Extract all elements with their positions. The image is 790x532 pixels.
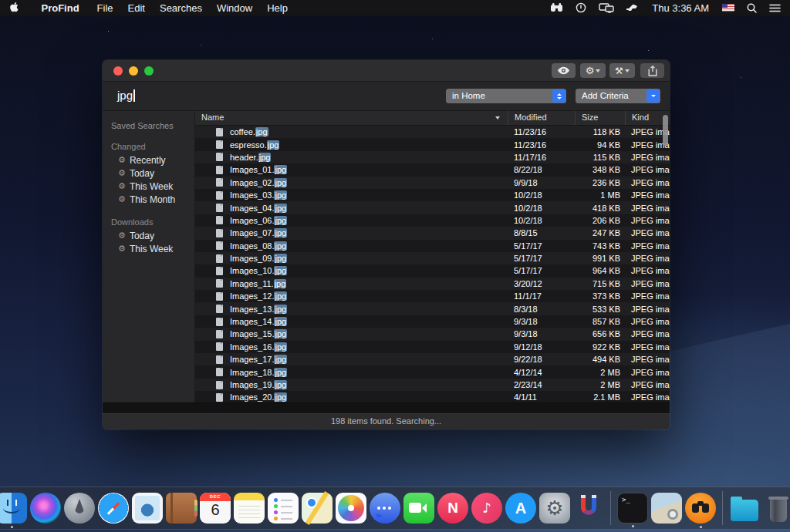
table-row[interactable]: Images_20.jpg4/1/112.1 MBJPEG image [195, 391, 670, 403]
table-row[interactable]: Images_14.jpg9/3/18857 KBJPEG image [195, 315, 670, 328]
table-row[interactable]: Images_15.jpg9/3/18656 KBJPEG image [195, 328, 670, 340]
sidebar-item-recently[interactable]: ⚙Recently [103, 153, 194, 167]
size-cell: 991 KB [575, 254, 625, 263]
vertical-scrollbar-thumb[interactable] [663, 115, 668, 146]
menu-file[interactable]: File [89, 2, 120, 14]
dock-item-launchpad-icon[interactable] [64, 493, 95, 524]
spray-tool-icon[interactable] [620, 3, 645, 12]
binoculars-icon[interactable] [544, 3, 569, 12]
column-header-size[interactable]: Size [575, 111, 625, 125]
quick-look-button[interactable] [552, 63, 576, 78]
file-name-cell: Images_13.jpg [195, 305, 508, 314]
size-cell: 656 KB [575, 329, 625, 338]
table-row[interactable]: Images_04.jpg10/2/18418 KBJPEG image [195, 201, 670, 214]
apple-menu-icon[interactable] [10, 2, 20, 14]
table-row[interactable]: Images_07.jpg8/8/15247 KBJPEG image [195, 227, 670, 239]
table-row[interactable]: Images_02.jpg9/9/18236 KBJPEG image [195, 177, 670, 189]
sidebar-item-this-week[interactable]: ⚙This Week [103, 180, 194, 193]
table-row[interactable]: Images_03.jpg10/2/181 MBJPEG image [195, 189, 670, 201]
sidebar-item-this-month[interactable]: ⚙This Month [103, 193, 194, 206]
menu-searches[interactable]: Searches [152, 2, 209, 14]
table-row[interactable]: Images_10.jpg5/17/17964 KBJPEG image [195, 264, 670, 277]
table-row[interactable]: Images_09.jpg5/17/17991 KBJPEG image [195, 252, 670, 264]
dock-item-terminal-icon[interactable] [617, 493, 648, 524]
menu-clock[interactable]: Thu 3:36 AM [645, 2, 716, 14]
minimize-button[interactable] [129, 66, 138, 76]
dock-item-finder-icon[interactable] [0, 493, 27, 524]
dock-item-maps-icon[interactable] [302, 493, 333, 524]
title-bar[interactable]: ⚙ ⚒ [103, 60, 670, 82]
column-header-name[interactable]: Name [195, 111, 508, 125]
modified-cell: 9/9/18 [508, 178, 575, 187]
kind-cell: JPEG image [625, 204, 670, 213]
table-row[interactable]: Images_13.jpg8/3/18533 KBJPEG image [195, 302, 670, 315]
file-name-cell: Images_02.jpg [195, 178, 508, 187]
dock-item-calendar-icon[interactable]: DEC6 [200, 493, 231, 524]
size-cell: 348 KB [575, 165, 625, 174]
power-circle-icon[interactable] [569, 2, 592, 13]
file-name-cell: Images_08.jpg [195, 241, 508, 251]
table-row[interactable]: Images_18.jpg4/12/142 MBJPEG image [195, 365, 670, 378]
file-basename: Images_01. [230, 165, 274, 174]
kind-cell: JPEG image [625, 266, 670, 275]
sidebar-item-label: This Week [130, 244, 173, 254]
dock-item-contacts-icon[interactable] [166, 493, 197, 524]
horizontal-scroll-area[interactable] [103, 402, 670, 414]
dock-item-itunes-icon[interactable] [471, 493, 502, 524]
chevron-down-icon [625, 69, 630, 72]
dock-item-facetime-icon[interactable] [403, 493, 434, 524]
dock-item-safari-icon[interactable] [98, 493, 129, 524]
file-name-cell: Images_10.jpg [195, 266, 508, 275]
dock-item-system-preferences-icon[interactable] [539, 493, 570, 524]
zoom-button[interactable] [144, 66, 154, 76]
column-header-modified[interactable]: Modified [508, 111, 575, 125]
running-indicator [632, 525, 634, 527]
menu-edit[interactable]: Edit [120, 2, 152, 14]
dock-item-appstore-icon[interactable] [505, 493, 536, 524]
add-criteria-button[interactable]: Add Criteria [576, 89, 660, 103]
dock-item-trash-icon[interactable] [763, 493, 790, 524]
file-basename: Images_13. [230, 305, 274, 314]
table-row[interactable]: Images_01.jpg8/22/18348 KBJPEG image [195, 163, 670, 176]
table-row[interactable]: Images_16.jpg9/12/18922 KBJPEG image [195, 341, 670, 353]
table-row[interactable]: Images_06.jpg10/2/18206 KBJPEG image [195, 214, 670, 227]
sidebar-item-this-week[interactable]: ⚙This Week [103, 242, 194, 255]
dock-item-siri-icon[interactable] [30, 493, 61, 524]
menu-help[interactable]: Help [260, 2, 295, 14]
dock-item-preview-icon[interactable] [651, 493, 682, 524]
table-row[interactable]: espresso.jpg11/23/1694 KBJPEG image [195, 138, 670, 150]
tools-button[interactable]: ⚒ [609, 63, 635, 78]
menu-window[interactable]: Window [209, 2, 259, 14]
displays-icon[interactable] [592, 3, 620, 13]
dock-item-reminders-icon[interactable] [268, 493, 299, 524]
dock-item-profind-icon[interactable] [685, 493, 716, 524]
table-row[interactable]: coffee.jpg11/23/16118 KBJPEG image [195, 126, 670, 138]
spotlight-search-icon[interactable] [741, 3, 763, 13]
search-input[interactable]: jpg [117, 89, 135, 102]
close-button[interactable] [113, 66, 123, 76]
kind-cell: JPEG image [625, 380, 670, 389]
actions-button[interactable]: ⚙ [580, 63, 606, 78]
notification-center-icon[interactable] [763, 4, 790, 12]
us-flag-icon[interactable] [716, 4, 741, 12]
sidebar-item-today[interactable]: ⚙Today [103, 229, 194, 242]
dock-item-magnet-icon[interactable] [573, 493, 604, 524]
scope-select[interactable]: in Home [446, 89, 566, 103]
dock-item-notes-icon[interactable] [234, 493, 265, 524]
dock-item-mail-icon[interactable] [132, 493, 163, 524]
dock-item-photos-icon[interactable] [336, 493, 366, 524]
table-row[interactable]: header.jpg11/17/16115 KBJPEG image [195, 151, 670, 163]
table-row[interactable]: Images_19.jpg2/23/142 MBJPEG image [195, 379, 670, 391]
dock-item-news-icon[interactable] [437, 493, 468, 524]
file-basename: Images_09. [230, 254, 274, 263]
dock-item-messages-icon[interactable] [370, 493, 400, 524]
table-row[interactable]: Images_11.jpg3/20/12715 KBJPEG image [195, 278, 670, 290]
share-button[interactable] [640, 63, 664, 78]
table-row[interactable]: Images_12.jpg11/1/17373 KBJPEG image [195, 290, 670, 302]
menu-app-name[interactable]: ProFind [34, 2, 86, 14]
table-row[interactable]: Images_17.jpg9/22/18494 KBJPEG image [195, 353, 670, 365]
dock-item-downloads-folder-icon[interactable] [729, 493, 760, 524]
table-row[interactable]: Images_08.jpg5/17/17743 KBJPEG image [195, 240, 670, 252]
sidebar-item-today[interactable]: ⚙Today [103, 167, 194, 180]
document-icon [216, 279, 223, 288]
